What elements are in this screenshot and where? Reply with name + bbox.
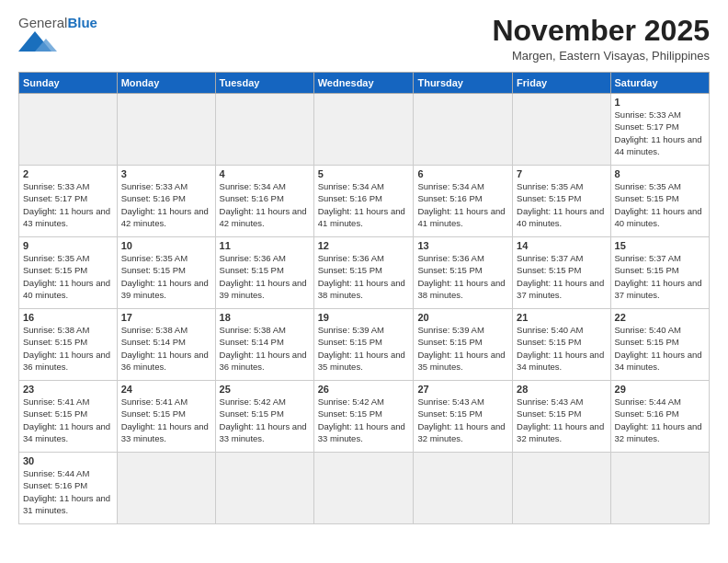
day-number: 4: [220, 168, 310, 179]
day-number: 6: [417, 168, 508, 179]
day-info: Sunrise: 5:37 AMSunset: 5:15 PMDaylight:…: [517, 252, 606, 301]
day-info: Sunrise: 5:43 AMSunset: 5:15 PMDaylight:…: [517, 396, 606, 444]
calendar-cell: [513, 94, 610, 166]
logo-icon: [18, 31, 64, 52]
day-number: 27: [417, 384, 508, 395]
day-number: 17: [121, 312, 211, 323]
calendar-cell: 9Sunrise: 5:35 AMSunset: 5:15 PMDaylight…: [19, 237, 118, 309]
calendar-cell: [313, 94, 414, 166]
day-info: Sunrise: 5:42 AMSunset: 5:15 PMDaylight:…: [318, 396, 410, 444]
title-block: November 2025 Margen, Eastern Visayas, P…: [492, 15, 710, 63]
day-number: 14: [517, 240, 606, 251]
day-number: 15: [615, 240, 705, 251]
calendar-cell: 26Sunrise: 5:42 AMSunset: 5:15 PMDayligh…: [313, 381, 414, 453]
day-info: Sunrise: 5:41 AMSunset: 5:15 PMDaylight:…: [23, 396, 113, 444]
day-info: Sunrise: 5:38 AMSunset: 5:15 PMDaylight:…: [23, 324, 113, 373]
calendar-cell: 30Sunrise: 5:44 AMSunset: 5:16 PMDayligh…: [19, 453, 118, 524]
day-of-week-header: Friday: [513, 73, 610, 94]
day-info: Sunrise: 5:36 AMSunset: 5:15 PMDaylight:…: [318, 252, 410, 301]
calendar-cell: 3Sunrise: 5:33 AMSunset: 5:16 PMDaylight…: [117, 166, 215, 237]
calendar-header-row: SundayMondayTuesdayWednesdayThursdayFrid…: [19, 73, 710, 94]
day-number: 7: [517, 168, 606, 179]
day-number: 19: [318, 312, 410, 323]
calendar-cell: [117, 453, 215, 524]
day-info: Sunrise: 5:33 AMSunset: 5:16 PMDaylight:…: [121, 180, 211, 229]
calendar-cell: 13Sunrise: 5:36 AMSunset: 5:15 PMDayligh…: [414, 237, 513, 309]
day-number: 30: [23, 455, 113, 466]
calendar-cell: 22Sunrise: 5:40 AMSunset: 5:15 PMDayligh…: [610, 309, 709, 381]
day-info: Sunrise: 5:36 AMSunset: 5:15 PMDaylight:…: [417, 252, 508, 301]
header: GeneralBlue November 2025 Margen, Easter…: [18, 15, 710, 63]
calendar-cell: 21Sunrise: 5:40 AMSunset: 5:15 PMDayligh…: [513, 309, 610, 381]
calendar-cell: 7Sunrise: 5:35 AMSunset: 5:15 PMDaylight…: [513, 166, 610, 237]
calendar-week-row: 2Sunrise: 5:33 AMSunset: 5:17 PMDaylight…: [19, 166, 710, 237]
calendar-cell: 8Sunrise: 5:35 AMSunset: 5:15 PMDaylight…: [610, 166, 709, 237]
logo-blue: Blue: [67, 15, 97, 30]
calendar-cell: 23Sunrise: 5:41 AMSunset: 5:15 PMDayligh…: [19, 381, 118, 453]
day-number: 11: [220, 240, 310, 251]
calendar-cell: 4Sunrise: 5:34 AMSunset: 5:16 PMDaylight…: [215, 166, 313, 237]
page: GeneralBlue November 2025 Margen, Easter…: [0, 0, 728, 563]
day-info: Sunrise: 5:44 AMSunset: 5:16 PMDaylight:…: [615, 396, 705, 444]
logo-general: General: [18, 15, 67, 30]
calendar-cell: 19Sunrise: 5:39 AMSunset: 5:15 PMDayligh…: [313, 309, 414, 381]
calendar-cell: [117, 94, 215, 166]
day-number: 28: [517, 384, 606, 395]
day-number: 22: [615, 312, 705, 323]
calendar-week-row: 1Sunrise: 5:33 AMSunset: 5:17 PMDaylight…: [19, 94, 710, 166]
calendar-cell: 2Sunrise: 5:33 AMSunset: 5:17 PMDaylight…: [19, 166, 118, 237]
day-number: 20: [417, 312, 508, 323]
calendar-cell: 14Sunrise: 5:37 AMSunset: 5:15 PMDayligh…: [513, 237, 610, 309]
day-number: 26: [318, 384, 410, 395]
day-info: Sunrise: 5:37 AMSunset: 5:15 PMDaylight:…: [615, 252, 705, 301]
day-info: Sunrise: 5:33 AMSunset: 5:17 PMDaylight:…: [615, 109, 705, 157]
calendar-cell: [215, 94, 313, 166]
day-number: 23: [23, 384, 113, 395]
logo: GeneralBlue: [18, 15, 97, 52]
calendar-cell: 28Sunrise: 5:43 AMSunset: 5:15 PMDayligh…: [513, 381, 610, 453]
calendar-cell: 12Sunrise: 5:36 AMSunset: 5:15 PMDayligh…: [313, 237, 414, 309]
calendar-table: SundayMondayTuesdayWednesdayThursdayFrid…: [18, 72, 710, 524]
logo-text: GeneralBlue: [18, 15, 97, 31]
calendar-cell: 18Sunrise: 5:38 AMSunset: 5:14 PMDayligh…: [215, 309, 313, 381]
day-number: 5: [318, 168, 410, 179]
day-info: Sunrise: 5:43 AMSunset: 5:15 PMDaylight:…: [417, 396, 508, 444]
calendar-cell: 16Sunrise: 5:38 AMSunset: 5:15 PMDayligh…: [19, 309, 118, 381]
calendar-cell: 27Sunrise: 5:43 AMSunset: 5:15 PMDayligh…: [414, 381, 513, 453]
day-number: 2: [23, 168, 113, 179]
day-number: 10: [121, 240, 211, 251]
calendar-cell: 10Sunrise: 5:35 AMSunset: 5:15 PMDayligh…: [117, 237, 215, 309]
day-of-week-header: Wednesday: [313, 73, 414, 94]
day-number: 16: [23, 312, 113, 323]
day-info: Sunrise: 5:42 AMSunset: 5:15 PMDaylight:…: [220, 396, 310, 444]
day-number: 3: [121, 168, 211, 179]
day-of-week-header: Tuesday: [215, 73, 313, 94]
day-number: 18: [220, 312, 310, 323]
calendar-cell: [414, 94, 513, 166]
calendar-cell: 15Sunrise: 5:37 AMSunset: 5:15 PMDayligh…: [610, 237, 709, 309]
day-number: 9: [23, 240, 113, 251]
calendar-cell: 5Sunrise: 5:34 AMSunset: 5:16 PMDaylight…: [313, 166, 414, 237]
day-info: Sunrise: 5:35 AMSunset: 5:15 PMDaylight:…: [517, 180, 606, 229]
day-number: 1: [615, 97, 705, 108]
day-info: Sunrise: 5:38 AMSunset: 5:14 PMDaylight:…: [220, 324, 310, 373]
calendar-cell: [215, 453, 313, 524]
day-info: Sunrise: 5:35 AMSunset: 5:15 PMDaylight:…: [121, 252, 211, 301]
day-info: Sunrise: 5:40 AMSunset: 5:15 PMDaylight:…: [517, 324, 606, 373]
day-info: Sunrise: 5:44 AMSunset: 5:16 PMDaylight:…: [23, 467, 113, 516]
day-info: Sunrise: 5:34 AMSunset: 5:16 PMDaylight:…: [318, 180, 410, 229]
day-number: 21: [517, 312, 606, 323]
day-number: 13: [417, 240, 508, 251]
calendar-cell: [313, 453, 414, 524]
day-info: Sunrise: 5:40 AMSunset: 5:15 PMDaylight:…: [615, 324, 705, 373]
calendar-week-row: 30Sunrise: 5:44 AMSunset: 5:16 PMDayligh…: [19, 453, 710, 524]
calendar-cell: 25Sunrise: 5:42 AMSunset: 5:15 PMDayligh…: [215, 381, 313, 453]
calendar-cell: 1Sunrise: 5:33 AMSunset: 5:17 PMDaylight…: [610, 94, 709, 166]
calendar-cell: [513, 453, 610, 524]
day-number: 29: [615, 384, 705, 395]
day-info: Sunrise: 5:34 AMSunset: 5:16 PMDaylight:…: [417, 180, 508, 229]
calendar-week-row: 16Sunrise: 5:38 AMSunset: 5:15 PMDayligh…: [19, 309, 710, 381]
day-info: Sunrise: 5:36 AMSunset: 5:15 PMDaylight:…: [220, 252, 310, 301]
day-of-week-header: Thursday: [414, 73, 513, 94]
day-info: Sunrise: 5:34 AMSunset: 5:16 PMDaylight:…: [220, 180, 310, 229]
